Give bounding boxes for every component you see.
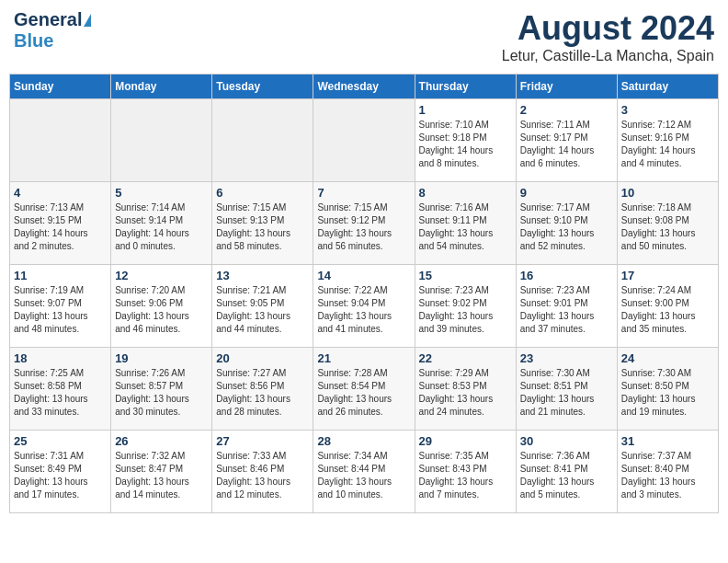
logo-blue-text: Blue: [14, 30, 53, 52]
calendar-cell: 14Sunrise: 7:22 AM Sunset: 9:04 PM Dayli…: [313, 265, 415, 348]
calendar-cell: 5Sunrise: 7:14 AM Sunset: 9:14 PM Daylig…: [111, 182, 212, 265]
calendar-cell: [10, 99, 111, 182]
calendar-week-row: 1Sunrise: 7:10 AM Sunset: 9:18 PM Daylig…: [10, 99, 719, 182]
day-number: 28: [317, 434, 410, 448]
day-info: Sunrise: 7:14 AM Sunset: 9:14 PM Dayligh…: [115, 201, 208, 253]
calendar-cell: 17Sunrise: 7:24 AM Sunset: 9:00 PM Dayli…: [617, 265, 718, 348]
day-info: Sunrise: 7:23 AM Sunset: 9:02 PM Dayligh…: [419, 284, 512, 336]
day-number: 4: [14, 186, 107, 200]
calendar-cell: 26Sunrise: 7:32 AM Sunset: 8:47 PM Dayli…: [111, 431, 212, 513]
day-number: 23: [520, 351, 613, 365]
day-number: 29: [419, 434, 512, 448]
calendar-cell: 9Sunrise: 7:17 AM Sunset: 9:10 PM Daylig…: [516, 182, 617, 265]
day-number: 3: [621, 103, 714, 117]
day-number: 17: [621, 269, 714, 282]
calendar-cell: [111, 99, 212, 182]
day-info: Sunrise: 7:20 AM Sunset: 9:06 PM Dayligh…: [115, 284, 208, 336]
logo: General Blue: [14, 9, 91, 52]
day-number: 27: [216, 434, 309, 448]
calendar-cell: 12Sunrise: 7:20 AM Sunset: 9:06 PM Dayli…: [111, 265, 212, 348]
calendar-cell: 19Sunrise: 7:26 AM Sunset: 8:57 PM Dayli…: [111, 348, 212, 431]
day-info: Sunrise: 7:22 AM Sunset: 9:04 PM Dayligh…: [317, 284, 410, 336]
weekday-header-sunday: Sunday: [10, 75, 111, 99]
calendar-table: SundayMondayTuesdayWednesdayThursdayFrid…: [9, 74, 719, 513]
day-info: Sunrise: 7:21 AM Sunset: 9:05 PM Dayligh…: [216, 284, 309, 336]
day-number: 9: [520, 186, 613, 200]
day-number: 15: [419, 269, 512, 282]
calendar-week-row: 18Sunrise: 7:25 AM Sunset: 8:58 PM Dayli…: [10, 348, 719, 431]
day-info: Sunrise: 7:16 AM Sunset: 9:11 PM Dayligh…: [419, 201, 512, 253]
day-number: 13: [216, 269, 309, 282]
calendar-cell: 3Sunrise: 7:12 AM Sunset: 9:16 PM Daylig…: [617, 99, 718, 182]
calendar-cell: 8Sunrise: 7:16 AM Sunset: 9:11 PM Daylig…: [415, 182, 516, 265]
calendar-cell: 13Sunrise: 7:21 AM Sunset: 9:05 PM Dayli…: [212, 265, 313, 348]
title-area: August 2024 Letur, Castille-La Mancha, S…: [502, 9, 714, 64]
day-info: Sunrise: 7:23 AM Sunset: 9:01 PM Dayligh…: [520, 284, 613, 336]
day-number: 24: [621, 351, 714, 365]
weekday-header-tuesday: Tuesday: [212, 75, 313, 99]
day-info: Sunrise: 7:36 AM Sunset: 8:41 PM Dayligh…: [520, 450, 613, 501]
calendar-cell: 27Sunrise: 7:33 AM Sunset: 8:46 PM Dayli…: [212, 431, 313, 513]
day-info: Sunrise: 7:19 AM Sunset: 9:07 PM Dayligh…: [14, 284, 107, 336]
day-info: Sunrise: 7:26 AM Sunset: 8:57 PM Dayligh…: [115, 367, 208, 419]
day-info: Sunrise: 7:13 AM Sunset: 9:15 PM Dayligh…: [14, 201, 107, 253]
weekday-header-row: SundayMondayTuesdayWednesdayThursdayFrid…: [10, 75, 719, 99]
header: General Blue August 2024 Letur, Castille…: [9, 9, 719, 64]
month-title: August 2024: [502, 9, 714, 48]
day-info: Sunrise: 7:18 AM Sunset: 9:08 PM Dayligh…: [621, 201, 714, 253]
calendar-cell: 20Sunrise: 7:27 AM Sunset: 8:56 PM Dayli…: [212, 348, 313, 431]
calendar-cell: 22Sunrise: 7:29 AM Sunset: 8:53 PM Dayli…: [415, 348, 516, 431]
logo-triangle-icon: [84, 14, 91, 27]
day-info: Sunrise: 7:17 AM Sunset: 9:10 PM Dayligh…: [520, 201, 613, 253]
calendar-cell: 18Sunrise: 7:25 AM Sunset: 8:58 PM Dayli…: [10, 348, 111, 431]
calendar-cell: 28Sunrise: 7:34 AM Sunset: 8:44 PM Dayli…: [313, 431, 415, 513]
day-number: 8: [419, 186, 512, 200]
day-info: Sunrise: 7:15 AM Sunset: 9:13 PM Dayligh…: [216, 201, 309, 253]
day-info: Sunrise: 7:10 AM Sunset: 9:18 PM Dayligh…: [419, 119, 512, 170]
calendar-cell: 24Sunrise: 7:30 AM Sunset: 8:50 PM Dayli…: [617, 348, 718, 431]
day-number: 20: [216, 351, 309, 365]
day-number: 26: [115, 434, 208, 448]
calendar-cell: 21Sunrise: 7:28 AM Sunset: 8:54 PM Dayli…: [313, 348, 415, 431]
day-info: Sunrise: 7:32 AM Sunset: 8:47 PM Dayligh…: [115, 450, 208, 501]
calendar-cell: 6Sunrise: 7:15 AM Sunset: 9:13 PM Daylig…: [212, 182, 313, 265]
day-number: 16: [520, 269, 613, 282]
weekday-header-wednesday: Wednesday: [313, 75, 415, 99]
day-number: 12: [115, 269, 208, 282]
calendar-cell: 11Sunrise: 7:19 AM Sunset: 9:07 PM Dayli…: [10, 265, 111, 348]
day-number: 30: [520, 434, 613, 448]
calendar-cell: [212, 99, 313, 182]
day-info: Sunrise: 7:28 AM Sunset: 8:54 PM Dayligh…: [317, 367, 410, 419]
calendar-cell: 7Sunrise: 7:15 AM Sunset: 9:12 PM Daylig…: [313, 182, 415, 265]
day-info: Sunrise: 7:30 AM Sunset: 8:50 PM Dayligh…: [621, 367, 714, 419]
day-info: Sunrise: 7:12 AM Sunset: 9:16 PM Dayligh…: [621, 119, 714, 170]
calendar-cell: 1Sunrise: 7:10 AM Sunset: 9:18 PM Daylig…: [415, 99, 516, 182]
day-number: 10: [621, 186, 714, 200]
calendar-cell: 31Sunrise: 7:37 AM Sunset: 8:40 PM Dayli…: [617, 431, 718, 513]
calendar-week-row: 4Sunrise: 7:13 AM Sunset: 9:15 PM Daylig…: [10, 182, 719, 265]
weekday-header-monday: Monday: [111, 75, 212, 99]
day-number: 21: [317, 351, 410, 365]
calendar-cell: [313, 99, 415, 182]
day-number: 5: [115, 186, 208, 200]
location-title: Letur, Castille-La Mancha, Spain: [502, 48, 714, 64]
day-info: Sunrise: 7:24 AM Sunset: 9:00 PM Dayligh…: [621, 284, 714, 336]
calendar-cell: 25Sunrise: 7:31 AM Sunset: 8:49 PM Dayli…: [10, 431, 111, 513]
weekday-header-thursday: Thursday: [415, 75, 516, 99]
day-number: 22: [419, 351, 512, 365]
weekday-header-friday: Friday: [516, 75, 617, 99]
day-number: 19: [115, 351, 208, 365]
day-number: 2: [520, 103, 613, 117]
day-info: Sunrise: 7:25 AM Sunset: 8:58 PM Dayligh…: [14, 367, 107, 419]
calendar-cell: 15Sunrise: 7:23 AM Sunset: 9:02 PM Dayli…: [415, 265, 516, 348]
day-info: Sunrise: 7:33 AM Sunset: 8:46 PM Dayligh…: [216, 450, 309, 501]
calendar-cell: 4Sunrise: 7:13 AM Sunset: 9:15 PM Daylig…: [10, 182, 111, 265]
calendar-week-row: 11Sunrise: 7:19 AM Sunset: 9:07 PM Dayli…: [10, 265, 719, 348]
weekday-header-saturday: Saturday: [617, 75, 718, 99]
day-info: Sunrise: 7:11 AM Sunset: 9:17 PM Dayligh…: [520, 119, 613, 170]
day-info: Sunrise: 7:35 AM Sunset: 8:43 PM Dayligh…: [419, 450, 512, 501]
day-number: 31: [621, 434, 714, 448]
day-number: 18: [14, 351, 107, 365]
calendar-cell: 29Sunrise: 7:35 AM Sunset: 8:43 PM Dayli…: [415, 431, 516, 513]
day-number: 1: [419, 103, 512, 117]
